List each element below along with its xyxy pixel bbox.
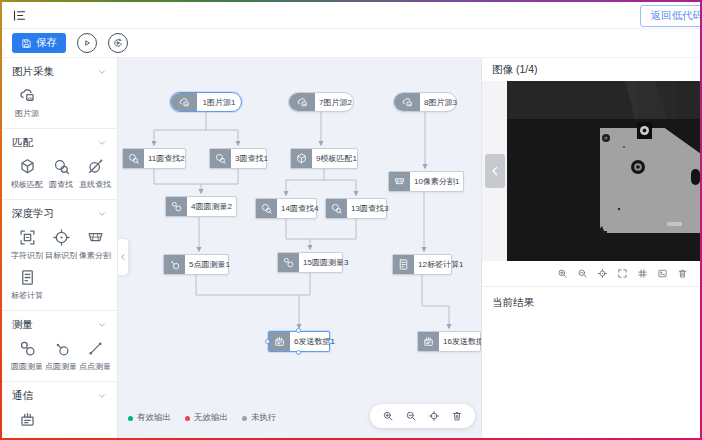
flow-node-15[interactable]: 15圆圆测量3 xyxy=(277,252,343,273)
flow-node-14[interactable]: 14圆查找4 xyxy=(255,198,317,219)
node-label: 1图片源1 xyxy=(197,93,241,111)
tool-circle-circle-measure[interactable]: 圆圆测量 xyxy=(10,339,44,372)
run-loop-button[interactable] xyxy=(108,33,128,53)
tool-circle-find[interactable]: 圆查找 xyxy=(44,157,78,190)
flow-node-11[interactable]: 11圆查找2 xyxy=(122,148,186,169)
node-label: 12标签计算1 xyxy=(414,255,467,274)
image-trash-button[interactable] xyxy=(677,268,688,279)
canvas-zoom-out-button[interactable] xyxy=(405,410,417,422)
tool-point-point-measure[interactable]: 点点测量 xyxy=(78,339,112,372)
flow-node-6[interactable]: 6发送数据1 xyxy=(268,331,330,352)
template-match-glyph xyxy=(295,152,308,165)
sidebar-collapse-handle[interactable] xyxy=(118,238,129,276)
image-locate-button[interactable] xyxy=(597,268,608,279)
image-source-icon xyxy=(171,93,197,111)
chevron-down-icon xyxy=(97,391,107,401)
tool-line-find[interactable]: 直线查找 xyxy=(78,157,112,190)
node-label: 3圆查找1 xyxy=(231,149,272,168)
back-to-lowcode-button[interactable]: 返回低代码 xyxy=(640,5,701,27)
legend-dot xyxy=(128,416,133,421)
run-loop-icon xyxy=(112,37,124,49)
node-label: 13圆查找3 xyxy=(347,199,392,218)
flow-node-3[interactable]: 3圆查找1 xyxy=(209,148,267,169)
node-label: 11圆查找2 xyxy=(144,149,189,168)
image-image-button[interactable] xyxy=(657,268,668,279)
section-header[interactable]: 深度学习 xyxy=(2,200,117,225)
trash-icon xyxy=(677,268,688,279)
run-once-button[interactable] xyxy=(77,33,97,53)
send-data-glyph xyxy=(273,335,286,348)
node-label: 9模板匹配1 xyxy=(312,149,361,168)
node-label: 10像素分割1 xyxy=(410,172,463,191)
pixel-segmentation-icon xyxy=(86,228,105,247)
tool-target-recognition[interactable]: 目标识别 xyxy=(44,228,78,261)
tool-pixel-segmentation[interactable]: 像素分割 xyxy=(78,228,112,261)
image-zoom-out-button[interactable] xyxy=(577,268,588,279)
sidebar-section-5: 通信 xyxy=(2,381,117,438)
node-label: 14圆查找4 xyxy=(277,199,322,218)
sidebar-section-1: 图片采集图片源 xyxy=(2,58,117,128)
flow-node-4[interactable]: 4圆圆测量2 xyxy=(165,196,237,217)
top-header: 返回低代码 xyxy=(2,2,700,29)
circle-find-glyph xyxy=(127,152,140,165)
tool-send-data[interactable] xyxy=(10,410,44,432)
circle-find-icon xyxy=(256,199,277,218)
legend-label: 无效输出 xyxy=(194,412,228,424)
image-source-glyph xyxy=(401,96,414,109)
circle-circle-measure-glyph xyxy=(282,256,295,269)
label-calc-icon xyxy=(18,268,37,287)
tool-label: 点圆测量 xyxy=(45,361,77,372)
image-source-glyph xyxy=(296,96,309,109)
flow-node-1[interactable]: 1图片源1 xyxy=(170,92,242,112)
legend-label: 有效输出 xyxy=(137,412,171,424)
point-circle-measure-icon xyxy=(164,255,185,274)
node-label: 15圆圆测量3 xyxy=(299,253,352,272)
image-fullscreen-button[interactable] xyxy=(617,268,628,279)
tool-image-source[interactable]: 图片源 xyxy=(10,86,44,119)
port[interactable] xyxy=(265,339,270,344)
tool-label: 像素分割 xyxy=(79,250,111,261)
sidebar-section-2: 匹配模板匹配圆查找直线查找 xyxy=(2,128,117,199)
flow-node-13[interactable]: 13圆查找3 xyxy=(325,198,387,219)
flow-canvas[interactable]: 1图片源17图片源28图片源311圆查找23圆查找19模板匹配110像素分割14… xyxy=(118,58,482,438)
port[interactable] xyxy=(296,350,301,355)
legend-label: 未执行 xyxy=(251,412,277,424)
flow-node-5[interactable]: 5点圆测量1 xyxy=(163,254,229,275)
tool-point-circle-measure[interactable]: 点圆测量 xyxy=(44,339,78,372)
section-header[interactable]: 测量 xyxy=(2,311,117,336)
tool-label: 圆圆测量 xyxy=(11,361,43,372)
tool-char-recognition[interactable]: 字符识别 xyxy=(10,228,44,261)
section-header[interactable]: 通信 xyxy=(2,382,117,407)
flow-node-7[interactable]: 7图片源2 xyxy=(288,92,354,112)
tool-label: 圆查找 xyxy=(49,179,73,190)
save-button[interactable]: 保存 xyxy=(12,33,66,53)
port[interactable] xyxy=(296,328,301,333)
flow-node-9[interactable]: 9模板匹配1 xyxy=(290,148,358,169)
previous-image-button[interactable] xyxy=(485,154,505,188)
circle-circle-measure-icon xyxy=(278,253,299,272)
image-zoom-in-button[interactable] xyxy=(557,268,568,279)
menu-icon[interactable] xyxy=(12,8,27,23)
section-header[interactable]: 匹配 xyxy=(2,129,117,154)
tool-template-match[interactable]: 模板匹配 xyxy=(10,157,44,190)
chevron-down-icon xyxy=(97,209,107,219)
flow-node-8[interactable]: 8图片源3 xyxy=(393,92,457,112)
save-label: 保存 xyxy=(36,36,57,50)
flow-node-16[interactable]: 16发送数据2 xyxy=(417,331,481,352)
app-window: 返回低代码 保存 图片采集图片源匹配模板匹配圆查找直线查找深度学习字符识别目标识… xyxy=(0,0,702,440)
legend-dot xyxy=(242,416,247,421)
save-icon xyxy=(21,38,32,49)
section-title: 图片采集 xyxy=(12,65,54,79)
canvas-locate-button[interactable] xyxy=(428,410,440,422)
section-header[interactable]: 图片采集 xyxy=(2,58,117,83)
sidebar-section-4: 测量圆圆测量点圆测量点点测量 xyxy=(2,310,117,381)
tool-label-calc[interactable]: 标签计算 xyxy=(10,268,44,301)
tool-label: 目标识别 xyxy=(45,250,77,261)
canvas-zoom-in-button[interactable] xyxy=(382,410,394,422)
port[interactable] xyxy=(328,339,333,344)
char-recognition-icon xyxy=(18,228,37,247)
flow-node-12[interactable]: 12标签计算1 xyxy=(392,254,452,275)
flow-node-10[interactable]: 10像素分割1 xyxy=(388,171,464,192)
image-grid-button[interactable] xyxy=(637,268,648,279)
canvas-trash-button[interactable] xyxy=(451,410,463,422)
